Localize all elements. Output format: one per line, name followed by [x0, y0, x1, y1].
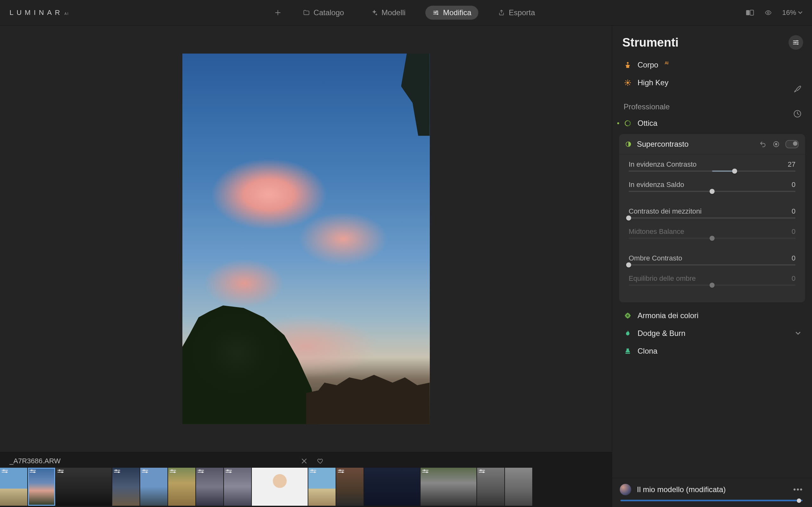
svg-point-7: [6, 471, 7, 473]
slider-track[interactable]: [629, 170, 796, 172]
photo-balcony: [401, 54, 430, 136]
svg-point-28: [480, 469, 482, 471]
svg-point-23: [314, 471, 316, 473]
thumb[interactable]: [0, 468, 27, 506]
tool-supercontrast-head[interactable]: Supercontrasto: [619, 134, 805, 155]
tool-body[interactable]: Corpo AI: [619, 56, 805, 74]
slider-handle[interactable]: [732, 169, 737, 174]
thumb[interactable]: [112, 468, 140, 506]
tab-templates[interactable]: Modelli: [364, 6, 413, 20]
filmstrip-header: _A7R3686.ARW: [0, 454, 612, 468]
tab-catalog[interactable]: Catalogo: [296, 6, 351, 20]
thumb[interactable]: [252, 468, 308, 506]
svg-point-31: [795, 42, 796, 43]
favorite-button[interactable]: [315, 456, 325, 466]
svg-point-6: [3, 469, 5, 471]
svg-point-1: [435, 12, 436, 13]
add-button[interactable]: [272, 7, 283, 18]
mask-button[interactable]: [772, 140, 780, 148]
thumb[interactable]: [336, 468, 363, 506]
eye-icon: [764, 9, 773, 16]
slider-row: Equilibrio delle ombre0: [629, 274, 796, 286]
supercontrast-sliders: In evidenza Contrasto27In evidenza Saldo…: [619, 155, 805, 286]
visibility-toggle[interactable]: [785, 140, 799, 148]
undo-button[interactable]: [759, 140, 767, 148]
svg-point-34: [626, 81, 629, 83]
thumb[interactable]: [28, 468, 55, 506]
preview-button[interactable]: [764, 9, 773, 16]
photo-buildings: [306, 372, 430, 424]
slider-track[interactable]: [629, 238, 796, 239]
slider-row: Midtones Balance0: [629, 228, 796, 239]
tool-head-icons: [759, 140, 799, 148]
slider-handle[interactable]: [710, 236, 715, 241]
compare-button[interactable]: [745, 10, 754, 15]
tool-optics[interactable]: Ottica: [619, 114, 805, 132]
slider-row: In evidenza Saldo0: [629, 181, 796, 192]
thumb[interactable]: [56, 468, 112, 506]
history-icon[interactable]: [793, 109, 803, 119]
slider-row: In evidenza Contrasto27: [629, 160, 796, 172]
tab-export[interactable]: Esporta: [491, 6, 542, 20]
panel-title: Strumenti: [622, 36, 678, 49]
folder-icon: [303, 9, 310, 16]
panel-edits-button[interactable]: [789, 35, 803, 50]
slider-value: 0: [792, 207, 796, 216]
side-icon-column: [793, 84, 803, 119]
slider-handle[interactable]: [710, 189, 715, 194]
thumb[interactable]: [420, 468, 476, 506]
svg-point-0: [437, 11, 438, 12]
tool-dodge-burn[interactable]: Dodge & Burn: [619, 325, 805, 342]
current-filename: _A7R3686.ARW: [9, 457, 61, 465]
svg-point-11: [61, 471, 63, 473]
tab-edit[interactable]: Modifica: [425, 6, 478, 20]
tool-color-harmony[interactable]: Armonia dei colori: [619, 307, 805, 325]
sliders-icon: [432, 9, 439, 16]
slider-label: Ombre Contrasto: [629, 254, 682, 262]
thumb[interactable]: [477, 468, 504, 506]
svg-point-27: [426, 471, 428, 473]
right-panel: Strumenti Corpo AI Hig: [612, 26, 812, 507]
edited-badge-icon: [310, 469, 318, 473]
tool-highkey[interactable]: High Key: [619, 74, 805, 92]
slider-track[interactable]: [629, 191, 796, 192]
canvas[interactable]: [0, 26, 612, 452]
svg-point-9: [34, 471, 35, 473]
edited-badge-icon: [113, 469, 122, 473]
template-menu-button[interactable]: •••: [793, 485, 803, 494]
edited-badge-icon: [1, 469, 10, 473]
lens-icon: [623, 119, 632, 127]
slider-label: Equilibrio delle ombre: [629, 274, 696, 283]
slider-handle[interactable]: [797, 498, 801, 503]
slider-track[interactable]: [629, 285, 796, 286]
slider-handle[interactable]: [626, 216, 631, 221]
slider-value: 0: [792, 254, 796, 262]
ai-badge: AI: [664, 61, 668, 65]
thumb[interactable]: [224, 468, 251, 506]
modified-dot: [617, 122, 619, 124]
thumb[interactable]: [168, 468, 195, 506]
svg-rect-48: [625, 353, 630, 354]
slider-handle[interactable]: [626, 262, 631, 268]
tool-clone[interactable]: Clona: [619, 342, 805, 360]
thumb[interactable]: [505, 468, 532, 506]
thumb[interactable]: [308, 468, 336, 506]
tab-edit-label: Modifica: [443, 8, 471, 17]
slider-track[interactable]: [629, 264, 796, 266]
template-thumb: [620, 484, 631, 495]
edited-badge-icon: [169, 469, 178, 473]
zoom-dropdown[interactable]: 16%: [782, 9, 803, 17]
svg-point-45: [626, 316, 627, 318]
brush-icon[interactable]: [793, 84, 803, 94]
slider-track[interactable]: [629, 217, 796, 219]
thumb[interactable]: [196, 468, 223, 506]
svg-point-32: [797, 43, 798, 45]
slider-handle[interactable]: [710, 283, 715, 288]
template-amount-slider[interactable]: [620, 500, 803, 501]
thumb[interactable]: [364, 468, 420, 506]
thumb[interactable]: [140, 468, 167, 506]
filmstrip[interactable]: [0, 468, 612, 507]
photo-preview: [183, 54, 430, 424]
reject-button[interactable]: [299, 456, 309, 466]
main-tabs: Catalogo Modelli Modifica Esporta: [272, 6, 542, 20]
